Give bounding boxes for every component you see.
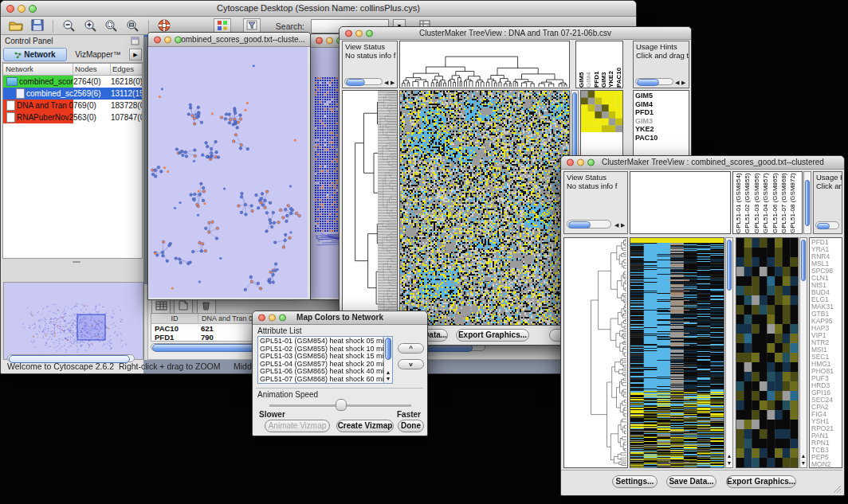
attribute-item[interactable]: GPL51-06 (GSM865) heat shock 40 min — [260, 368, 392, 376]
network-item-icon — [6, 112, 15, 123]
tab-network[interactable]: Network — [3, 48, 67, 61]
minimize-icon[interactable] — [269, 315, 276, 322]
delete-attribute-icon[interactable] — [197, 299, 216, 315]
tv2-labels-vscrollbar[interactable] — [803, 171, 811, 234]
array-label: GIM5 — [578, 41, 585, 88]
move-down-button[interactable]: v — [398, 359, 424, 369]
scroll-right-icon[interactable]: ▶ — [681, 80, 685, 86]
attribute-item[interactable]: GPL51-07 (GSM868) heat shock 60 min — [260, 376, 392, 384]
attribute-list-label: Attribute List — [257, 326, 302, 335]
tv2-hints-scrollbar[interactable] — [815, 221, 839, 229]
minimize-icon[interactable] — [164, 36, 171, 43]
open-session-icon[interactable] — [7, 19, 25, 33]
close-icon[interactable] — [258, 315, 265, 322]
array-label: GPL51-02 (GSM855) — [744, 172, 752, 233]
gene-label: GTB1 — [811, 311, 842, 318]
attribute-item[interactable]: GPL51-04 (GSM857) heat shock 20 min — [260, 361, 392, 369]
gene-label: KAP95 — [811, 318, 842, 325]
close-icon[interactable] — [345, 29, 352, 37]
tab-vizmapper[interactable]: VizMapper™ — [69, 49, 128, 61]
attribute-item[interactable]: GPL51-02 (GSM855) heat shock 10 min — [260, 346, 392, 354]
network-row[interactable]: RNAPuberNov2+ 563(0) 107847(0) — [3, 111, 142, 123]
network-row[interactable]: combined_scores 2764(0) 16218(0) — [3, 76, 142, 88]
tv2-gene-list[interactable]: PFD1YRA1RNR4MSL1SPC98CLN1NIS1BUD4ELG1MAK… — [809, 237, 842, 468]
tv1-global-heatmap[interactable] — [399, 90, 570, 326]
table-mode-icon[interactable] — [151, 299, 171, 315]
settings-button[interactable]: Settings... — [612, 475, 658, 488]
control-panel: Control Panel Network VizMapper™ ▶ Netwo… — [2, 35, 144, 359]
minimize-icon[interactable] — [326, 37, 333, 45]
network-table-header[interactable]: Network Nodes Edges — [3, 64, 142, 76]
scroll-left-icon[interactable]: ◀ — [384, 80, 388, 86]
treeview1-title: ClusterMaker TreeView : DNA and Tran 07-… — [419, 29, 611, 37]
zoom-fit-icon[interactable] — [124, 19, 141, 33]
zoom-window-icon[interactable] — [279, 315, 286, 322]
zoom-window-icon[interactable] — [29, 5, 37, 13]
create-vizmap-button[interactable]: Create Vizmap — [336, 420, 394, 432]
minimize-icon[interactable] — [18, 5, 26, 13]
network-overview[interactable] — [3, 282, 143, 360]
save-data-button[interactable]: Save Data... — [666, 475, 716, 488]
attribute-list-vscrollbar[interactable]: ▲ ▼ — [383, 337, 392, 383]
zoom-window-icon[interactable] — [175, 36, 182, 43]
export-graphics-button[interactable]: Export Graphics... — [456, 329, 529, 342]
zoom-in-icon[interactable] — [81, 19, 99, 33]
tv2-global-heatmap[interactable] — [630, 237, 724, 468]
save-session-icon[interactable] — [29, 19, 46, 33]
tv1-column-labels: GIM5GIM4PFD1GIM3YKE2PAC10 — [575, 41, 623, 88]
zoom-selected-icon[interactable] — [103, 19, 120, 33]
zoom-window-icon[interactable] — [366, 29, 373, 37]
scroll-left-icon[interactable]: ◀ — [675, 80, 679, 86]
tv2-row-dendrogram[interactable] — [563, 237, 628, 468]
treeview2-title: ClusterMaker TreeView : combined_scores_… — [581, 158, 824, 166]
main-titlebar[interactable]: Cytoscape Desktop (Session Name: collins… — [1, 1, 636, 17]
tab-overflow-button[interactable]: ▶ — [129, 49, 142, 61]
tv1-row-labels-squished — [378, 91, 397, 325]
export-graphics-button[interactable]: Export Graphics... — [726, 475, 796, 488]
close-icon[interactable] — [6, 5, 14, 13]
float-panel-icon[interactable] — [131, 37, 139, 49]
minimize-icon[interactable] — [355, 29, 363, 37]
tv2-zoom-heatmap[interactable] — [736, 237, 799, 468]
treeview2-titlebar[interactable]: ClusterMaker TreeView : combined_scores_… — [561, 156, 844, 170]
zoom-window-icon[interactable] — [587, 159, 595, 166]
network-row[interactable]: combined_sco 2569(6) 13112(15) — [3, 88, 142, 100]
gene-label: GPI16 — [811, 389, 842, 397]
scroll-right-icon[interactable]: ▶ — [621, 222, 625, 229]
network1-canvas-area[interactable] — [149, 47, 308, 298]
attribute-listbox[interactable]: GPL51-01 (GSM854) heat shock 05 minGPL51… — [257, 336, 393, 384]
attribute-item[interactable]: GPL51-01 (GSM854) heat shock 05 min — [260, 338, 392, 346]
close-icon[interactable] — [567, 159, 574, 166]
network1-titlebar[interactable]: combined_scores_good.txt--cluste... — [148, 33, 310, 47]
zoom-out-icon[interactable] — [61, 19, 78, 33]
tv2-column-dendrogram[interactable] — [630, 171, 731, 234]
search-label: Search: — [276, 21, 304, 31]
new-attribute-icon[interactable] — [174, 299, 193, 315]
array-label: PAC10 — [615, 41, 622, 88]
tv2-status-scrollbar[interactable] — [567, 220, 611, 229]
splitter-handle[interactable] — [73, 261, 80, 263]
speed-slider-thumb[interactable] — [336, 399, 347, 411]
close-icon[interactable] — [316, 37, 323, 45]
minimize-icon[interactable] — [577, 159, 584, 166]
slower-label: Slower — [259, 410, 285, 419]
treeview1-titlebar[interactable]: ClusterMaker TreeView : DNA and Tran 07-… — [340, 27, 691, 40]
tv1-hints-scrollbar[interactable] — [635, 78, 673, 85]
tv1-status-scrollbar[interactable] — [344, 78, 383, 85]
tv2-zoom-vscrollbar[interactable]: ▲ ▼ — [799, 237, 807, 468]
dialog-titlebar[interactable]: Map Colors to Network — [253, 311, 427, 325]
move-up-button[interactable]: ^ — [398, 343, 424, 354]
tv2-heatmap-vscrollbar[interactable]: ▲ ▼ — [725, 237, 733, 468]
scroll-right-icon[interactable]: ▶ — [391, 80, 395, 86]
resize-grip[interactable] — [832, 484, 842, 494]
network-row[interactable]: DNA and Tran 07 769(0) 183728(0) — [3, 100, 142, 111]
gene-label: YSH1 — [811, 418, 842, 425]
animate-vizmap-button[interactable]: Animate Vizmap — [265, 420, 330, 432]
done-button[interactable]: Done — [398, 420, 424, 432]
tv1-row-dendrogram[interactable] — [342, 90, 398, 326]
attribute-item[interactable]: GPL51-03 (GSM856) heat shock 15 min — [260, 353, 392, 361]
main-window-title: Cytoscape Desktop (Session Name: collins… — [217, 3, 420, 13]
tv1-column-dendrogram[interactable] — [399, 41, 570, 88]
close-icon[interactable] — [154, 36, 161, 43]
scroll-left-icon[interactable]: ◀ — [614, 222, 618, 229]
